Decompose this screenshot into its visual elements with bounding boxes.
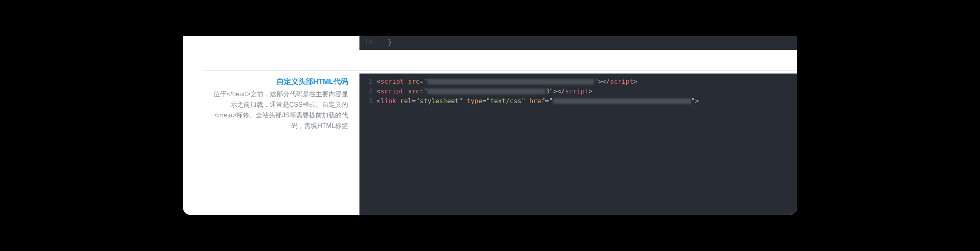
divider-area — [183, 50, 797, 74]
main-row: 自定义头部HTML代码 位于</head>之前，这部分代码是在主要内容显示之前加… — [183, 74, 797, 215]
head-html-code-editor[interactable]: 1 <script src="'></script> 2 <script src… — [359, 74, 797, 215]
horizontal-rule — [203, 70, 797, 71]
line-number: 2 — [360, 87, 372, 96]
line-number: 14 — [360, 38, 372, 47]
code-text: <script src="'></script> — [372, 77, 637, 87]
code-line: 14 } — [359, 38, 797, 47]
line-number: 1 — [360, 77, 372, 87]
field-label-block: 自定义头部HTML代码 位于</head>之前，这部分代码是在主要内容显示之前加… — [183, 74, 359, 215]
code-line: 3 <link rel="stylesheet" type="text/css"… — [359, 96, 797, 106]
code-text: <script src="3"></script> — [372, 87, 592, 96]
redacted-url — [553, 98, 691, 104]
code-line: 2 <script src="3"></script> — [359, 87, 797, 96]
field-title: 自定义头部HTML代码 — [183, 77, 348, 87]
redacted-url — [427, 89, 545, 94]
code-line: 1 <script src="'></script> — [359, 77, 797, 87]
settings-card: 14 } 自定义头部HTML代码 位于</head>之前，这部分代码是在主要内容… — [183, 36, 797, 215]
redacted-url — [427, 79, 594, 84]
field-description: 位于</head>之前，这部分代码是在主要内容显示之前加载，通常是CSS样式、自… — [183, 89, 348, 131]
line-number: 3 — [360, 96, 372, 106]
code-text: } — [372, 38, 392, 47]
upper-code-editor[interactable]: 14 } — [359, 36, 797, 50]
code-text: <link rel="stylesheet" type="text/css" h… — [372, 96, 699, 106]
